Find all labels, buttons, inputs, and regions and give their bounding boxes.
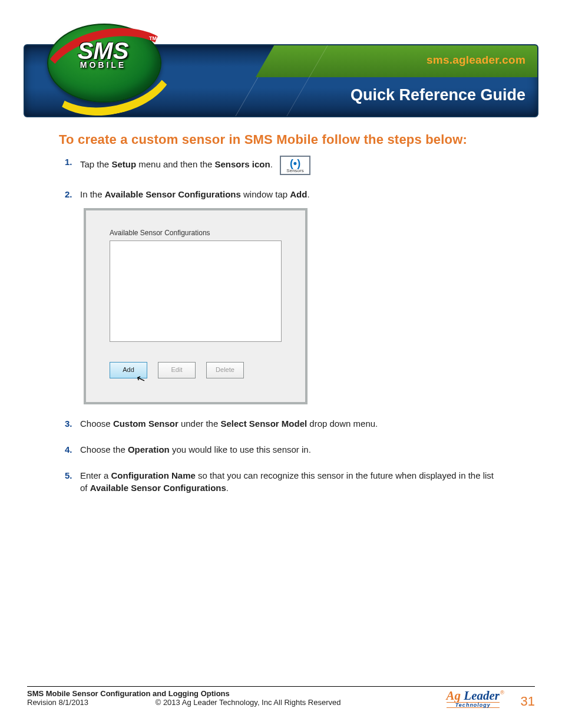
footer-copyright: © 2013 Ag Leader Technology, Inc All Rig… — [156, 698, 341, 707]
delete-button[interactable]: Delete — [206, 362, 244, 378]
step-3: Choose Custom Sensor under the Select Se… — [80, 417, 503, 430]
step-4: Choose the Operation you would like to u… — [80, 443, 503, 456]
footer-revision: Revision 8/1/2013 — [27, 698, 88, 707]
config-window-screenshot: Available Sensor Configurations Add Edit… — [84, 208, 308, 404]
step-1: Tap the Setup menu and then the Sensors … — [80, 156, 503, 175]
agleader-logo: Ag Leader ® Technology — [447, 690, 500, 708]
signal-icon: (•) — [281, 158, 309, 169]
banner-url: sms.agleader.com — [427, 54, 525, 67]
section-title: To create a custom sensor in SMS Mobile … — [59, 132, 503, 147]
step-2: In the Available Sensor Configurations w… — [80, 188, 503, 404]
sms-mobile-logo: TM SMS MOBILE — [47, 12, 159, 112]
step-5: Enter a Configuration Name so that you c… — [80, 469, 503, 495]
page-footer: SMS Mobile Sensor Configuration and Logg… — [27, 686, 535, 707]
steps-list: Tap the Setup menu and then the Sensors … — [65, 156, 503, 495]
header-banner: sms.agleader.com Quick Reference Guide T… — [24, 12, 538, 112]
page-number: 31 — [521, 694, 535, 709]
sensors-icon: (•) Sensors — [280, 156, 310, 175]
banner-title: Quick Reference Guide — [351, 86, 525, 104]
config-window-title: Available Sensor Configurations — [110, 228, 282, 238]
edit-button[interactable]: Edit — [158, 362, 196, 378]
config-listbox[interactable] — [110, 241, 282, 342]
